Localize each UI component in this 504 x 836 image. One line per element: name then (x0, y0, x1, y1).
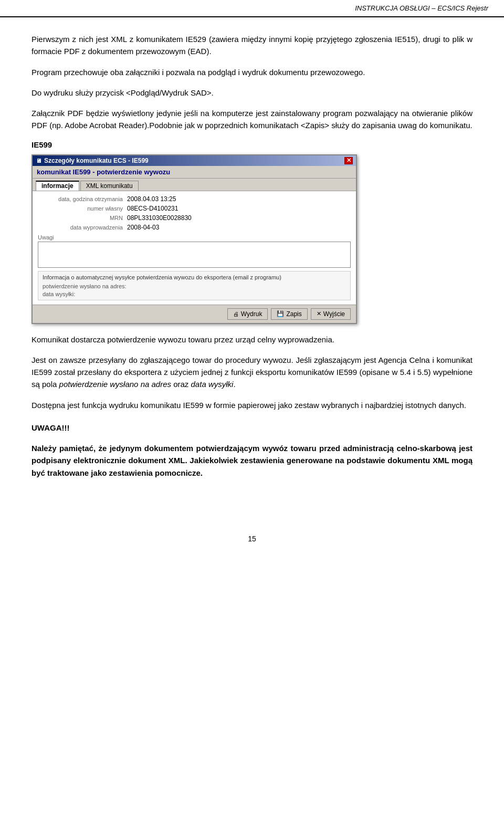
page-content: Pierwszym z nich jest XML z komunikatem … (0, 17, 504, 519)
dialog-body: data, godzina otrzymania 2008.04.03 13:2… (33, 191, 356, 305)
paragraph-3-text: Do wydruku służy przycisk <Podgląd/Wydru… (32, 88, 214, 97)
uwaga-text: Należy pamiętać, że jedynym dokumentem p… (32, 442, 472, 479)
dialog-tab-informacje[interactable]: informacje (36, 181, 79, 191)
field-label-data: data, godzina otrzymania (38, 196, 127, 202)
page-number: 15 (0, 535, 504, 543)
page-header: INSTRUKCJA OBSŁUGI – ECS/ICS Rejestr (0, 0, 504, 17)
paragraph-6: Jest on zawsze przesyłany do zgłaszające… (32, 354, 472, 391)
field-value-data: 2008.04.03 13:25 (127, 195, 176, 203)
paragraph-6-italic2: data wysyłki (191, 380, 234, 389)
paragraph-2-text: Program przechowuje oba załączniki i poz… (32, 68, 365, 77)
field-value-numer: 08ECS-D4100231 (127, 205, 178, 212)
uwaga-heading: UWAGA!!! (32, 422, 472, 434)
wydruk-button[interactable]: 🖨 Wydruk (227, 308, 268, 320)
ie599-heading: IE599 (32, 140, 472, 149)
dialog-title-icon: 🖥 (36, 158, 41, 164)
paragraph-5: Komunikat dostarcza potwierdzenie wywozu… (32, 333, 472, 346)
wyjscie-button[interactable]: ✕ Wyjście (311, 308, 351, 320)
paragraph-3: Do wydruku służy przycisk <Podgląd/Wydru… (32, 87, 472, 99)
dialog-footer: 🖨 Wydruk 💾 Zapis ✕ Wyjście (33, 305, 356, 323)
info-label-data: data wysyłki: (43, 291, 137, 297)
paragraph-7-text: Dostępna jest funkcja wydruku komunikatu… (32, 401, 466, 410)
dialog-tab-xml[interactable]: XML komunikatu (80, 181, 139, 191)
paragraph-4-text: Załącznik PDF będzie wyświetlony jedynie… (32, 109, 472, 130)
info-line1: Informacja o automatycznej wysyłce potwi… (43, 274, 346, 280)
paragraph-1-text: Pierwszym z nich jest XML z komunikatem … (32, 35, 472, 56)
header-title: INSTRUKCJA OBSŁUGI – ECS/ICS Rejestr (355, 4, 488, 12)
paragraph-2: Program przechowuje oba załączniki i poz… (32, 66, 472, 78)
field-value-mrn: 08PL331030E0028830 (127, 214, 192, 222)
field-row-numer: numer własny 08ECS-D4100231 (38, 205, 351, 212)
field-row-data-wypr: data wyprowadzenia 2008-04-03 (38, 224, 351, 231)
dialog-subtitle: komunikat IE599 - potwierdzenie wywozu (33, 166, 356, 179)
field-label-numer: numer własny (38, 205, 127, 212)
info-row-data: data wysyłki: (43, 291, 346, 297)
uwagi-section: Uwagi (38, 234, 351, 268)
dialog-titlebar: 🖥 Szczegóły komunikatu ECS - IE599 ✕ (33, 155, 356, 166)
dialog-tabs: informacje XML komunikatu (33, 179, 356, 191)
field-row-mrn: MRN 08PL331030E0028830 (38, 214, 351, 222)
dialog-container: 🖥 Szczegóły komunikatu ECS - IE599 ✕ kom… (32, 154, 472, 324)
field-label-data-wypr: data wyprowadzenia (38, 224, 127, 231)
info-row-potw: potwierdzenie wysłano na adres: (43, 283, 346, 289)
field-label-mrn: MRN (38, 215, 127, 221)
info-label-potw: potwierdzenie wysłano na adres: (43, 283, 137, 289)
paragraph-6-end: . (233, 380, 235, 389)
uwaga-section: UWAGA!!! Należy pamiętać, że jedynym dok… (32, 422, 472, 479)
uwagi-label: Uwagi (38, 234, 351, 241)
info-box: Informacja o automatycznej wysyłce potwi… (38, 271, 351, 300)
paragraph-7: Dostępna jest funkcja wydruku komunikatu… (32, 399, 472, 411)
exit-icon: ✕ (317, 310, 321, 317)
uwagi-textbox[interactable] (38, 242, 351, 268)
paragraph-5-text: Komunikat dostarcza potwierdzenie wywozu… (32, 335, 334, 344)
paragraph-6-italic1: potwierdzenie wysłano na adres (59, 380, 171, 389)
printer-icon: 🖨 (233, 311, 239, 317)
paragraph-4: Załącznik PDF będzie wyświetlony jedynie… (32, 107, 472, 132)
save-icon: 💾 (277, 310, 284, 317)
dialog-title-text: Szczegóły komunikatu ECS - IE599 (44, 157, 149, 164)
paragraph-6-middle: oraz (171, 380, 191, 389)
dialog-window: 🖥 Szczegóły komunikatu ECS - IE599 ✕ kom… (32, 154, 357, 324)
field-row-data: data, godzina otrzymania 2008.04.03 13:2… (38, 195, 351, 203)
dialog-titlebar-title-group: 🖥 Szczegóły komunikatu ECS - IE599 (36, 157, 149, 164)
dialog-close-button[interactable]: ✕ (344, 157, 353, 164)
paragraph-1: Pierwszym z nich jest XML z komunikatem … (32, 33, 472, 58)
zapis-button[interactable]: 💾 Zapis (271, 308, 307, 320)
field-value-data-wypr: 2008-04-03 (127, 224, 159, 231)
